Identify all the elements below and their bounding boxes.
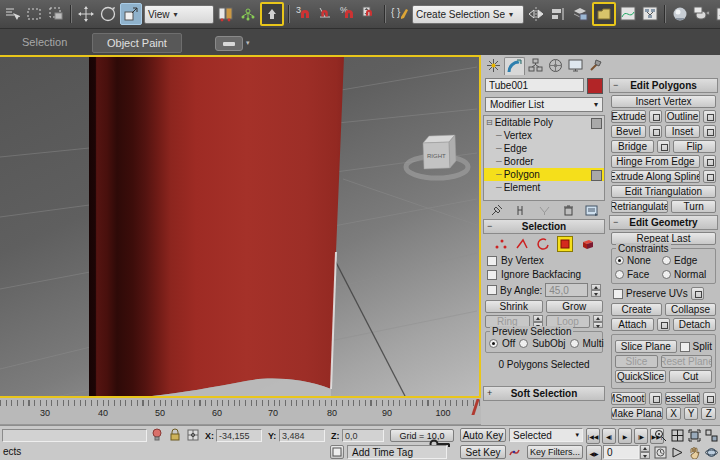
stack-item-element[interactable]: ─ Element — [484, 181, 604, 194]
frame-spinner[interactable] — [640, 445, 650, 459]
spinner-snap-toggle-icon[interactable] — [360, 4, 380, 24]
quickslice-button[interactable]: QuickSlice — [615, 370, 666, 383]
orbit-icon[interactable] — [704, 445, 718, 459]
retriangulate-button[interactable]: Retriangulate — [611, 200, 668, 213]
create-panel-tab[interactable] — [484, 57, 503, 74]
track-bar[interactable]: 30 40 50 60 70 80 90 100 — [0, 398, 481, 425]
perspective-viewport[interactable]: RIGHT — [0, 55, 481, 398]
select-by-name-icon[interactable] — [2, 4, 22, 24]
polygon-subobject-icon[interactable] — [557, 236, 573, 252]
attach-button[interactable]: Attach — [611, 318, 654, 331]
ignore-backfacing-checkbox-row[interactable]: Ignore Backfacing — [487, 269, 601, 280]
select-and-rotate-icon[interactable] — [98, 4, 118, 24]
stack-item-border[interactable]: ─ Border — [484, 155, 604, 168]
use-pivot-point-icon[interactable] — [216, 4, 236, 24]
preserve-uvs-settings-button[interactable] — [691, 287, 704, 300]
key-mode-toggle-button[interactable]: ◀▶ — [586, 445, 602, 460]
msmooth-settings-button[interactable] — [649, 392, 662, 405]
rectangular-selection-region-icon[interactable] — [24, 4, 44, 24]
collapse-button[interactable]: Collapse — [665, 303, 716, 316]
current-frame-field[interactable]: 0 — [603, 445, 639, 459]
auto-key-button[interactable]: Auto Key — [460, 428, 506, 442]
time-configuration-icon[interactable] — [653, 445, 667, 459]
detach-button[interactable]: Detach — [673, 318, 716, 331]
edit-polygons-rollout-header[interactable]: − Edit Polygons — [609, 78, 718, 93]
tab-object-paint[interactable]: Object Paint — [92, 33, 182, 53]
rendered-frame-window-icon[interactable] — [714, 4, 720, 24]
material-editor-icon[interactable] — [670, 4, 690, 24]
stack-item-editable-poly[interactable]: ⊟ Editable Poly — [484, 116, 604, 129]
by-angle-checkbox[interactable] — [487, 285, 497, 295]
remove-modifier-icon[interactable] — [561, 203, 575, 217]
display-panel-tab[interactable] — [566, 57, 585, 74]
align-icon[interactable] — [548, 4, 568, 24]
keyboard-shortcut-override-icon[interactable] — [260, 2, 284, 26]
zoom-extents-icon[interactable] — [687, 428, 701, 442]
inset-settings-button[interactable] — [703, 125, 716, 138]
border-subobject-icon[interactable] — [536, 237, 550, 251]
adaptive-degradation-lightbulb-icon[interactable] — [150, 428, 164, 442]
object-name-field[interactable] — [485, 78, 584, 92]
selection-filter-dropdown[interactable]: Selected ▾ — [509, 428, 583, 442]
constraint-normal-radio[interactable] — [662, 270, 671, 279]
attach-settings-button[interactable] — [657, 318, 670, 331]
viewcube[interactable]: RIGHT — [406, 135, 468, 178]
preview-subobj-radio[interactable] — [519, 339, 528, 348]
preview-multi-radio[interactable] — [570, 339, 579, 348]
grow-button[interactable]: Grow — [546, 300, 604, 313]
outline-settings-button[interactable] — [703, 110, 716, 123]
create-button[interactable]: Create — [611, 303, 662, 316]
soft-selection-rollout-header[interactable]: + Soft Selection — [483, 386, 605, 401]
graphite-modeling-ribbon-icon[interactable] — [592, 2, 616, 26]
z-coordinate-field[interactable]: 0,0 — [342, 429, 384, 442]
configure-modifier-sets-icon[interactable] — [585, 203, 599, 217]
hinge-from-edge-button[interactable]: Hinge From Edge — [611, 155, 700, 168]
tessellate-button[interactable]: Tessellate — [665, 392, 700, 405]
msmooth-button[interactable]: MSmooth — [611, 392, 646, 405]
inset-button[interactable]: Inset — [665, 125, 700, 138]
absolute-offset-mode-icon[interactable] — [186, 428, 200, 442]
select-and-manipulate-icon[interactable] — [238, 4, 258, 24]
go-to-start-button[interactable]: |◀◀ — [586, 428, 600, 444]
named-selection-sets-dropdown[interactable]: Create Selection Se ▾ — [412, 5, 524, 24]
bevel-button[interactable]: Bevel — [611, 125, 646, 138]
time-tag-icon[interactable] — [330, 445, 344, 459]
window-crossing-icon[interactable] — [46, 4, 66, 24]
edit-triangulation-button[interactable]: Edit Triangulation — [611, 185, 716, 198]
snaps-toggle-icon[interactable]: 3 — [294, 4, 314, 24]
make-planar-y-button[interactable]: Y — [684, 407, 699, 420]
constraint-face-radio[interactable] — [615, 270, 624, 279]
tessellate-settings-button[interactable] — [703, 392, 716, 405]
ignore-backfacing-checkbox[interactable] — [487, 270, 497, 280]
cut-button[interactable]: Cut — [669, 370, 712, 383]
hinge-from-edge-settings-button[interactable] — [703, 155, 716, 168]
split-checkbox[interactable] — [680, 342, 690, 352]
shrink-button[interactable]: Shrink — [485, 300, 543, 313]
modify-panel-tab[interactable] — [504, 57, 525, 75]
angle-snap-toggle-icon[interactable] — [316, 4, 336, 24]
bridge-settings-button[interactable] — [657, 140, 670, 153]
bevel-settings-button[interactable] — [649, 125, 662, 138]
flip-button[interactable]: Flip — [673, 140, 716, 153]
y-coordinate-field[interactable]: 3,484 — [279, 429, 325, 442]
utilities-panel-tab[interactable] — [586, 57, 605, 74]
zoom-extents-all-icon[interactable] — [704, 428, 718, 442]
preserve-uvs-checkbox[interactable] — [613, 289, 623, 299]
extrude-settings-button[interactable] — [649, 110, 662, 123]
maxscript-mini-listener[interactable] — [2, 429, 147, 442]
layer-manager-icon[interactable] — [570, 4, 590, 24]
motion-panel-tab[interactable] — [546, 57, 565, 74]
object-color-swatch[interactable] — [587, 78, 603, 94]
hierarchy-panel-tab[interactable] — [526, 57, 545, 74]
make-planar-button[interactable]: Make Planar — [611, 407, 663, 420]
outline-button[interactable]: Outline — [665, 110, 700, 123]
stack-item-edge[interactable]: ─ Edge — [484, 142, 604, 155]
constraint-none-radio[interactable] — [615, 256, 624, 265]
field-of-view-icon[interactable] — [670, 445, 684, 459]
by-angle-field[interactable]: 45,0 — [545, 283, 588, 297]
select-and-scale-icon[interactable] — [120, 3, 142, 25]
set-key-filters-curve-icon[interactable] — [509, 445, 523, 459]
by-vertex-checkbox-row[interactable]: By Vertex — [487, 255, 601, 266]
preserve-uvs-row[interactable]: Preserve UVs — [613, 287, 714, 300]
zoom-icon[interactable] — [653, 428, 667, 442]
